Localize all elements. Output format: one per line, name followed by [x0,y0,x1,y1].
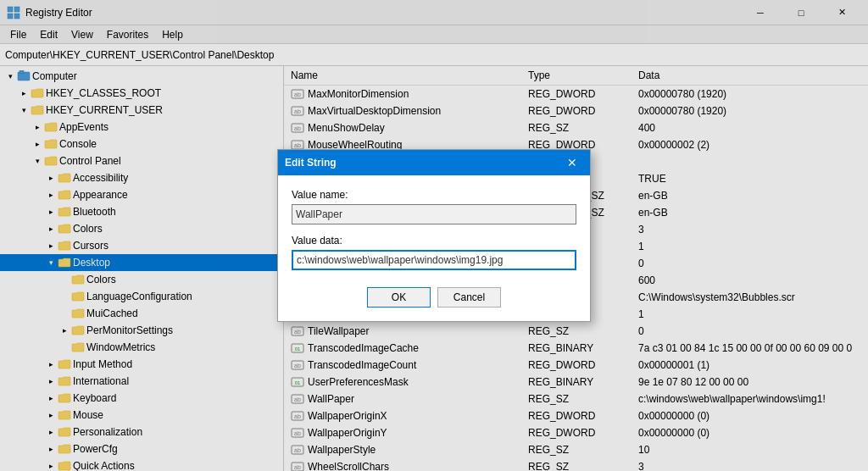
value-name-label: Value name: [292,189,576,201]
dialog-buttons: OK Cancel [292,280,576,308]
edit-string-dialog: Edit String ✕ Value name: Value data: OK… [277,149,591,322]
dialog-close-button[interactable]: ✕ [561,152,583,174]
dialog-body: Value name: Value data: OK Cancel [278,175,590,321]
value-data-input[interactable] [292,250,576,270]
value-name-input[interactable] [292,204,576,224]
value-data-label: Value data: [292,235,576,247]
dialog-overlay: Edit String ✕ Value name: Value data: OK… [0,0,868,471]
ok-button[interactable]: OK [367,287,431,308]
dialog-title-bar: Edit String ✕ [278,150,590,175]
dialog-title: Edit String [285,157,561,169]
cancel-button[interactable]: Cancel [437,287,501,308]
